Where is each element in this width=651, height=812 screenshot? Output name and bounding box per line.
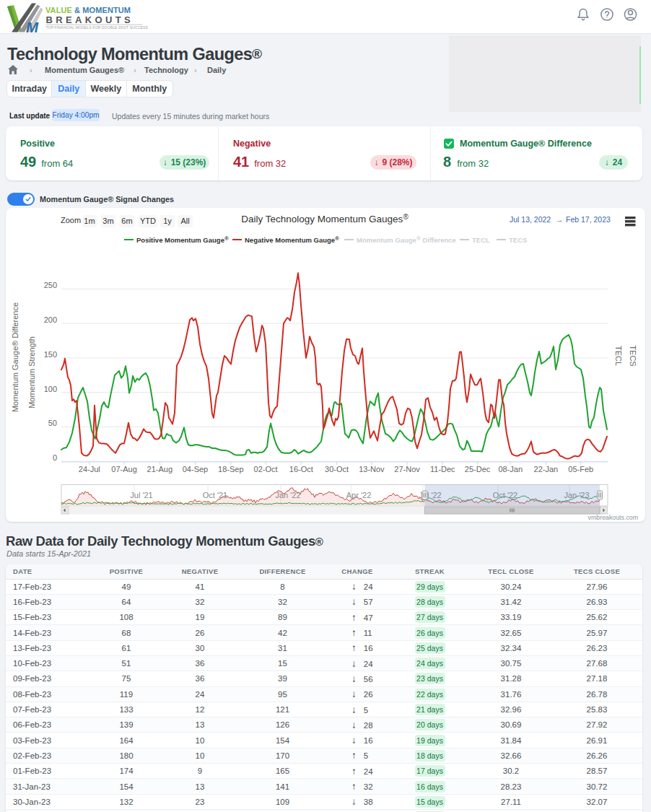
svg-text:1m: 1m (84, 217, 95, 225)
svg-text:vmbreakouts.com: vmbreakouts.com (588, 514, 638, 521)
svg-text:02-Oct: 02-Oct (254, 465, 278, 473)
svg-text:04-Sep: 04-Sep (183, 465, 208, 473)
svg-text:→: → (556, 215, 564, 224)
svg-text:200: 200 (44, 315, 57, 324)
svg-text:07-Aug: 07-Aug (111, 465, 136, 473)
svg-text:Momentum Gauge® Difference: Momentum Gauge® Difference (357, 235, 456, 244)
svg-text:25-Dec: 25-Dec (465, 465, 491, 473)
svg-text:Jan '22: Jan '22 (275, 491, 300, 499)
svg-text:Positive Momentum Gauge®: Positive Momentum Gauge® (136, 235, 229, 244)
svg-text:0: 0 (53, 453, 57, 462)
svg-text:30-Oct: 30-Oct (325, 465, 349, 473)
svg-text:Apr '22: Apr '22 (346, 491, 372, 499)
svg-text:27-Nov: 27-Nov (394, 465, 420, 473)
svg-text:11-Dec: 11-Dec (430, 465, 455, 473)
svg-text:TECL: TECL (472, 236, 490, 244)
svg-text:24-Jul: 24-Jul (79, 465, 100, 473)
svg-text:YTD: YTD (140, 217, 156, 225)
svg-text:Daily Technology Momentum Gaug: Daily Technology Momentum Gauges® (241, 213, 408, 224)
svg-text:Zoom: Zoom (61, 216, 81, 224)
svg-text:Negative Momentum Gauge®: Negative Momentum Gauge® (245, 235, 339, 244)
svg-text:08-Jan: 08-Jan (498, 465, 523, 473)
svg-text:Jul 13, 2022: Jul 13, 2022 (510, 215, 551, 224)
svg-text:05-Feb: 05-Feb (568, 465, 593, 473)
svg-text:1y: 1y (163, 217, 172, 225)
svg-text:M: M (26, 19, 39, 33)
svg-text:6m: 6m (121, 217, 132, 225)
svg-text:TECL: TECL (614, 346, 623, 366)
svg-text:BREAKOUTS: BREAKOUTS (46, 14, 134, 25)
svg-text:Oct '21: Oct '21 (203, 491, 228, 499)
svg-text:Momentum Gauge® Difference: Momentum Gauge® Difference (11, 302, 19, 412)
svg-text:Momentum Strength: Momentum Strength (27, 336, 36, 409)
svg-text:13-Nov: 13-Nov (359, 465, 385, 473)
svg-text:21-Aug: 21-Aug (147, 465, 172, 473)
svg-text:3m: 3m (102, 217, 113, 225)
svg-text:22-Jan: 22-Jan (534, 465, 559, 473)
svg-text:18-Sep: 18-Sep (218, 465, 243, 473)
svg-text:All: All (180, 217, 189, 225)
svg-text:150: 150 (44, 350, 57, 359)
svg-text:TECS: TECS (629, 345, 637, 366)
svg-text:100: 100 (44, 385, 57, 393)
svg-text:VALUE & MOMENTUM: VALUE & MOMENTUM (45, 6, 131, 14)
svg-text:50: 50 (48, 419, 57, 427)
svg-text:250: 250 (44, 281, 57, 289)
svg-text:16-Oct: 16-Oct (289, 465, 313, 473)
svg-text:TECS: TECS (509, 236, 527, 244)
svg-text:TOP FINANCIAL MODELS FOR DOUBL: TOP FINANCIAL MODELS FOR DOUBLE-DIGIT SU… (46, 25, 149, 30)
svg-text:Feb 17, 2023: Feb 17, 2023 (566, 215, 611, 224)
svg-text:Jul '21: Jul '21 (130, 491, 152, 499)
